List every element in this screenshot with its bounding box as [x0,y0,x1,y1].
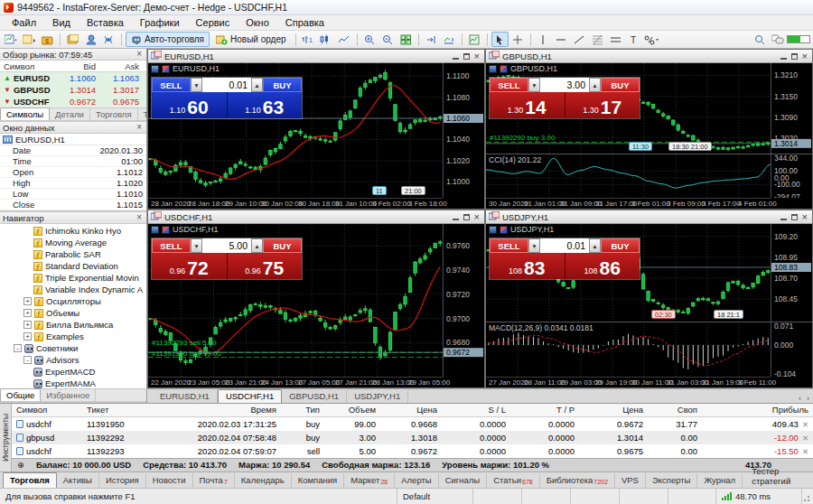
zoom-in-button[interactable] [361,32,378,47]
expander-icon[interactable]: + [23,332,32,341]
crosshair-tool-button[interactable] [509,32,527,47]
buy-button[interactable]: BUY [263,78,302,92]
navigator-item-moving-average[interactable]: ƒMoving Average [0,237,146,248]
profiles-button[interactable] [21,32,38,47]
sell-price-button[interactable]: 0.9672 [152,253,228,279]
toolbox-side-tab[interactable]: Инструменты [0,404,12,471]
toolbox-tab-item-9[interactable]: Сигналы [439,473,488,488]
menu-window[interactable]: Окно [238,16,277,29]
minimize-icon[interactable] [780,214,787,220]
expand-icon[interactable]: ⊕ [17,460,24,470]
buy-price-button[interactable]: 1.1063 [228,92,303,118]
sell-price-button[interactable]: 1.3014 [490,92,565,118]
candles-chart-button[interactable] [318,32,335,47]
maximize-icon[interactable] [463,214,470,220]
position-row-11392292[interactable]: gbpusd113922922020.02.04 07:58:48buy3.00… [12,431,813,444]
position-row-11392293[interactable]: usdchf113922932020.02.04 07:59:07sell5.0… [12,444,813,458]
volume-input[interactable]: 5.00 [202,238,251,253]
chart-window-titlebar-eurusd[interactable]: EURUSD,H1× [148,50,484,63]
sell-button[interactable]: SELL [490,238,528,253]
close-icon[interactable]: × [802,213,808,221]
menu-charts[interactable]: Графики [132,16,188,29]
col-ask[interactable]: Ask [99,61,143,71]
new-chart-button[interactable] [3,32,20,47]
expander-icon[interactable]: + [23,297,32,305]
channel-tool[interactable] [607,32,624,47]
market-watch-row-eurusd[interactable]: ▲EURUSD1.10601.1063 [0,72,146,84]
navigator-item-ichimoku-kinko-hyo[interactable]: ƒIchimoku Kinko Hyo [0,225,146,237]
chart-tab-usdjpy-h1[interactable]: USDJPY,H1 [347,390,408,403]
chart-mode-icon[interactable] [151,65,159,73]
search-icon[interactable] [751,32,768,47]
tile-windows-button[interactable] [397,32,415,47]
chart-mode-icon[interactable] [151,226,159,234]
menu-file[interactable]: Файл [4,16,44,29]
volume-input[interactable]: 0.01 [202,78,251,92]
expander-icon[interactable]: - [14,344,22,352]
position-row-11391950[interactable]: usdchf113919502020.02.03 17:31:25buy99.0… [12,417,813,431]
navigator-item-expertmama[interactable]: ExpertMAMA [0,378,146,388]
sell-price-button[interactable]: 10883 [490,253,565,279]
trendline-tool[interactable] [571,32,588,47]
positions-col-item-9[interactable]: Своп [648,405,702,415]
navigator-tab-item-0[interactable]: Общие [0,388,41,401]
toolbox-tab-item-6[interactable]: Компания [292,473,344,488]
chart-canvas-gbpusd[interactable]: 1.32101.31501.30901.3030#11392292 buy 3.… [486,63,812,209]
chart-canvas-usdchf[interactable]: 0.97600.97400.97200.97000.9680#11392293 … [148,224,484,387]
volume-up-button[interactable]: ▲ [251,78,263,92]
col-symbol[interactable]: Символ [0,61,56,71]
volume-input[interactable]: 3.00 [540,78,589,92]
data-folder-button[interactable]: $ [39,32,56,47]
shapes-tool[interactable] [643,32,660,47]
close-position-icon[interactable]: ✕ [802,434,808,443]
positions-col-item-10[interactable]: Прибыль [702,405,813,415]
one-click-trading-icon[interactable] [162,226,170,234]
toolbox-tab-item-4[interactable]: Почта7 [193,473,235,488]
toolbox-tab-item-3[interactable]: Новости [146,473,193,488]
one-click-trading-icon[interactable] [162,65,170,73]
expander-icon[interactable]: + [23,309,32,317]
positions-col-item-3[interactable]: Тип [281,405,324,415]
volume-down-button[interactable]: ▼ [191,238,202,253]
navigator-item-standard-deviation[interactable]: ƒStandard Deviation [0,260,146,272]
toolbox-tab-item-7[interactable]: Маркет26 [344,473,395,488]
buy-price-button[interactable]: 10886 [565,253,640,279]
chart-tab-gbpusd-h1[interactable]: GBPUSD,H1 [282,390,347,403]
navigator-item-triple-exponential-movin[interactable]: ƒTriple Exponential Movin [0,272,146,284]
chart-window-titlebar-usdchf[interactable]: USDCHF,H1× [148,210,484,224]
expander-icon[interactable]: + [23,321,32,329]
buy-button[interactable]: BUY [263,238,302,253]
close-icon[interactable]: × [474,213,480,221]
market-watch-tab-item-2[interactable]: Торговля [90,108,138,120]
indicators-button[interactable] [466,32,483,47]
autotrade-button[interactable]: Авто-торговля [126,32,210,47]
toolbox-tab-item-10[interactable]: Статьи678 [487,473,539,488]
vertical-line-tool[interactable] [535,32,552,47]
navigator-item-item-8[interactable]: +ƒБилла Вильямса [0,319,146,331]
sell-price-button[interactable]: 1.1060 [152,92,228,118]
text-tool[interactable]: T [625,32,642,47]
market-watch-row-gbpusd[interactable]: ▼GBPUSD1.30141.3017 [0,84,146,96]
resize-grip[interactable] [802,489,813,504]
navigator-tab-item-1[interactable]: Избранное [41,389,96,401]
col-bid[interactable]: Bid [56,61,99,71]
chart-mode-icon[interactable] [489,65,497,73]
one-click-trading-icon[interactable] [500,65,508,73]
menu-help[interactable]: Справка [277,16,332,29]
market-watch-tab-item-0[interactable]: Символы [0,107,50,120]
chart-window-titlebar-usdjpy[interactable]: USDJPY,H1× [486,210,812,224]
community-chat-icon[interactable] [769,32,786,47]
close-icon[interactable]: × [135,123,144,132]
navigator-item-item-7[interactable]: +ƒОбъемы [0,307,146,319]
navigator-item-variable-index-dynamic-a[interactable]: ƒVariable Index Dynamic A [0,284,146,295]
new-order-button[interactable]: Новый ордер [210,32,292,47]
market-watch-row-usdchf[interactable]: ▼USDCHF0.96720.9675 [0,96,146,107]
bars-chart-button[interactable]: 1 [300,32,317,47]
navigator-item-parabolic-sar[interactable]: ƒParabolic SAR [0,248,146,260]
maximize-icon[interactable] [791,53,798,60]
minimize-icon[interactable] [780,53,787,60]
positions-col-s-l[interactable]: S / L [442,405,510,415]
maximize-icon[interactable] [791,214,798,220]
positions-col-t-p[interactable]: T / P [510,405,579,415]
chart-canvas-eurusd[interactable]: 1.11001.10801.10601.10401.10201.10001.10… [148,63,484,209]
